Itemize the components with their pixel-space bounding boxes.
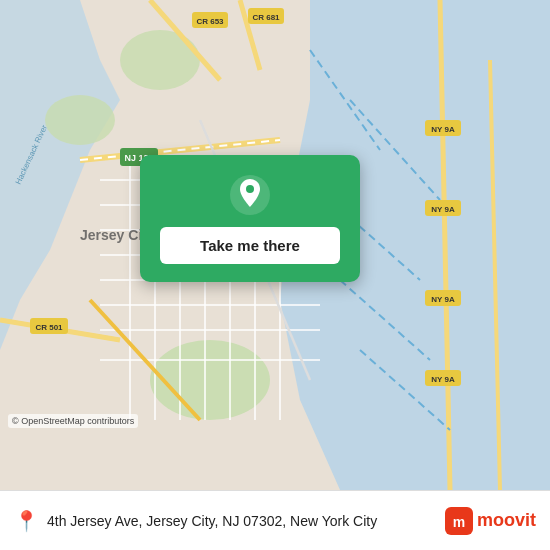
svg-text:m: m — [453, 514, 465, 530]
moovit-icon: m — [445, 507, 473, 535]
location-icon: 📍 — [14, 509, 39, 533]
svg-point-5 — [45, 95, 115, 145]
svg-text:NY 9A: NY 9A — [431, 125, 455, 134]
bottom-bar: 📍 4th Jersey Ave, Jersey City, NJ 07302,… — [0, 490, 550, 550]
moovit-logo: m moovit — [445, 507, 536, 535]
svg-text:CR 681: CR 681 — [252, 13, 280, 22]
svg-point-3 — [150, 340, 270, 420]
svg-text:CR 501: CR 501 — [35, 323, 63, 332]
address-text: 4th Jersey Ave, Jersey City, NJ 07302, N… — [47, 513, 437, 529]
map-view: NJ 139 CR 653 CR 681 NY 9A NY 9A NY 9A N… — [0, 0, 550, 490]
moovit-label: moovit — [477, 510, 536, 531]
location-pin-icon — [228, 173, 272, 217]
svg-text:NY 9A: NY 9A — [431, 295, 455, 304]
svg-text:CR 653: CR 653 — [196, 17, 224, 26]
take-me-there-button[interactable]: Take me there — [160, 227, 340, 264]
svg-point-54 — [246, 185, 254, 193]
svg-point-4 — [120, 30, 200, 90]
svg-text:NY 9A: NY 9A — [431, 375, 455, 384]
svg-text:NY 9A: NY 9A — [431, 205, 455, 214]
cta-card: Take me there — [140, 155, 360, 282]
map-attribution: © OpenStreetMap contributors — [8, 414, 138, 428]
